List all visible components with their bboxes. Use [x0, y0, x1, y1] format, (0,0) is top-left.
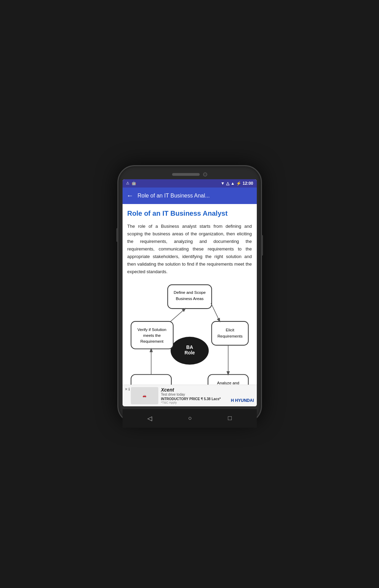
close-icon[interactable]: ✕	[125, 387, 128, 392]
back-nav-button[interactable]: ◁	[142, 413, 158, 424]
ad-banner[interactable]: ✕ ℹ 🚗 Xcent Test drive today INTRODUCTOR…	[123, 385, 257, 406]
ad-image: 🚗	[131, 387, 158, 404]
svg-text:BA: BA	[186, 344, 193, 350]
wifi-icon: ▼	[221, 181, 225, 186]
ad-close[interactable]: ✕ ℹ	[125, 387, 130, 392]
home-nav-button[interactable]: ○	[183, 413, 198, 423]
app-bar: ← Role of an IT Business Anal...	[123, 188, 257, 204]
content-area: Role of an IT Business Analyst The role …	[123, 204, 257, 385]
status-left: ⚠ 🤖	[126, 181, 136, 185]
page-title: Role of an IT Business Analyst	[127, 209, 252, 218]
svg-line-17	[211, 303, 220, 321]
svg-rect-6	[211, 321, 248, 345]
phone-device: ⚠ 🤖 ▼ △ ▲ ⚡ 12:00 ← Role of an IT Busine…	[117, 165, 262, 423]
phone-top	[123, 172, 257, 177]
ad-text: Xcent Test drive today INTRODUCTORY PRIC…	[161, 387, 228, 404]
speaker	[172, 173, 200, 176]
back-button[interactable]: ←	[127, 192, 134, 200]
svg-text:Elicit: Elicit	[225, 328, 234, 332]
app-bar-title: Role of an IT Business Anal...	[138, 193, 210, 199]
hyundai-logo: H	[231, 398, 234, 403]
ba-role-diagram: BA Role Define and Scope Business Areas …	[127, 281, 252, 384]
svg-text:Requirements: Requirements	[217, 334, 242, 338]
warning-icon: ⚠	[126, 181, 129, 185]
signal2-icon: ▲	[231, 181, 235, 186]
recent-nav-button[interactable]: □	[222, 413, 237, 423]
svg-text:Role: Role	[185, 350, 195, 355]
battery-icon: ⚡	[236, 181, 241, 186]
status-right: ▼ △ ▲ ⚡ 12:00	[221, 181, 253, 186]
svg-text:Requirement: Requirement	[140, 339, 164, 343]
info-icon[interactable]: ℹ	[128, 387, 130, 392]
ad-price: INTRODUCTORY PRICE ₹ 5.38 Lacs*	[161, 397, 228, 401]
diagram-svg: BA Role Define and Scope Business Areas …	[127, 281, 252, 384]
ad-company: H HYUNDAI	[231, 398, 254, 404]
svg-line-16	[170, 309, 185, 321]
svg-text:Define and Scope: Define and Scope	[173, 290, 206, 295]
android-icon: 🤖	[131, 181, 136, 185]
svg-text:Business Areas: Business Areas	[176, 297, 203, 301]
power-button[interactable]	[261, 235, 263, 256]
time-display: 12:00	[243, 181, 253, 186]
description-text: The role of a Business analyst starts fr…	[127, 223, 252, 276]
svg-text:Analyze and: Analyze and	[217, 381, 239, 384]
volume-button[interactable]	[116, 228, 118, 242]
signal1-icon: △	[226, 181, 229, 186]
svg-text:meets the: meets the	[143, 333, 160, 338]
bottom-nav: ◁ ○ □	[123, 409, 257, 428]
screen: ⚠ 🤖 ▼ △ ▲ ⚡ 12:00 ← Role of an IT Busine…	[123, 179, 257, 406]
ad-footnote: *T&C Apply	[161, 401, 228, 404]
svg-rect-13	[131, 375, 171, 385]
camera	[203, 172, 207, 177]
svg-text:Verify if Solution: Verify if Solution	[137, 327, 166, 332]
status-bar: ⚠ 🤖 ▼ △ ▲ ⚡ 12:00	[123, 179, 257, 188]
ad-brand-name: Xcent	[161, 387, 228, 393]
ad-cta[interactable]: Test drive today	[161, 393, 228, 396]
